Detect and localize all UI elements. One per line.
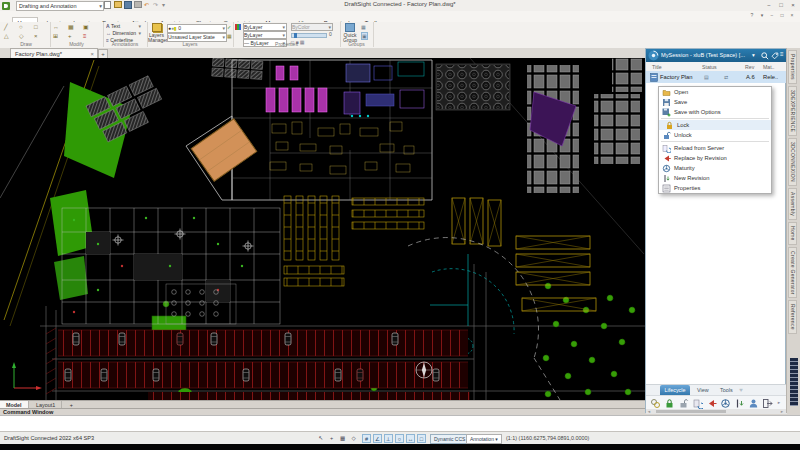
scroll-thumb[interactable] <box>656 410 726 413</box>
trim-tool-icon[interactable]: + <box>68 32 78 40</box>
tab-view[interactable]: View <box>692 385 714 395</box>
maximize-button[interactable]: □ <box>776 1 786 9</box>
layer-tools-icon[interactable]: ▦ <box>227 33 232 39</box>
maturity-icon[interactable] <box>720 398 731 409</box>
delete-tool-icon[interactable]: ≡ <box>83 32 93 40</box>
doc-minimize-icon[interactable]: − <box>768 12 776 18</box>
circle-tool-icon[interactable]: ○ <box>19 23 29 31</box>
quick-group-button[interactable]: QuickGroup <box>341 23 359 43</box>
toolbar-scroll-icon[interactable]: ► <box>777 400 781 405</box>
side-tab-create-generator[interactable]: Create Generator <box>788 247 797 299</box>
scale-tool-icon[interactable]: ⊞ <box>53 32 63 40</box>
side-tab-properties[interactable]: Properties <box>788 50 797 84</box>
qat-customize-icon[interactable]: ▾ <box>162 1 170 9</box>
remove-from-session-icon[interactable] <box>762 398 773 409</box>
replace-revision-icon[interactable] <box>706 398 717 409</box>
line-tool-icon[interactable]: ╱ <box>4 23 14 31</box>
drawing-viewport[interactable] <box>0 58 645 400</box>
frame-toggle-icon[interactable]: □ <box>417 434 426 443</box>
undo-icon[interactable]: ↶ <box>144 1 152 9</box>
print-icon[interactable] <box>134 1 142 9</box>
column-rev[interactable]: Rev <box>745 64 754 70</box>
esnap-icon[interactable]: ∠ <box>373 434 382 443</box>
side-tab-3dexperience[interactable]: 3DEXPERIENCE <box>788 86 797 136</box>
menu-save-with-options[interactable]: Save with Options <box>659 107 771 117</box>
tag-icon[interactable] <box>771 52 779 60</box>
redo-icon[interactable]: ↷ <box>153 1 161 9</box>
open-file-icon[interactable] <box>114 1 122 9</box>
menu-save[interactable]: Save <box>659 97 771 107</box>
copy-tool-icon[interactable]: ▣ <box>83 23 93 31</box>
doc-close-icon[interactable]: × <box>788 12 796 18</box>
column-status[interactable]: Status <box>702 64 717 70</box>
panel-hscrollbar[interactable]: ◄ ► <box>646 409 787 414</box>
pattern-tool-icon[interactable]: ▦ <box>68 23 78 31</box>
bycolor-dropdown[interactable]: ByColor▾ <box>291 23 333 31</box>
add-sheet-button[interactable]: + <box>64 401 79 408</box>
owner-icon[interactable] <box>748 398 759 409</box>
transparency-toggle-icon[interactable]: ↔ <box>406 434 415 443</box>
menu-properties[interactable]: Properties <box>659 183 771 193</box>
tab-tools[interactable]: Tools <box>715 385 738 395</box>
tab-lifecycle[interactable]: Lifecycle <box>660 385 691 395</box>
menu-unlock[interactable]: Unlock <box>659 130 771 140</box>
lock-icon[interactable] <box>664 398 675 409</box>
side-tab-assembly[interactable]: Assembly <box>788 188 797 220</box>
pointer-mode-icon[interactable]: ↖ <box>316 434 325 443</box>
polygon-tool-icon[interactable]: △ <box>4 32 14 40</box>
scroll-right-arrow[interactable]: ► <box>780 409 784 414</box>
document-row[interactable]: Factory Plan ▤ ⇄ A.6 Rele.. <box>646 71 787 83</box>
menu-lock[interactable]: Lock <box>659 120 771 130</box>
side-tab-3dconnexion[interactable]: 3DCONNEXION <box>788 138 797 186</box>
grid-icon[interactable]: ▦ <box>338 434 347 443</box>
doc-restore-icon[interactable]: □ <box>778 12 786 18</box>
rectangle-tool-icon[interactable]: □ <box>34 23 44 31</box>
duplicate-icon[interactable] <box>650 398 661 409</box>
menu-maturity[interactable]: Maturity <box>659 163 771 173</box>
linecolor-dropdown[interactable]: ByLayer▾ <box>243 23 287 31</box>
drawing-canvas[interactable] <box>0 58 645 400</box>
save-icon[interactable] <box>124 1 132 9</box>
text-button[interactable]: A Text ▾ <box>106 23 142 28</box>
polar-icon[interactable]: # <box>362 434 371 443</box>
lineweight-toggle-icon[interactable]: ○ <box>395 434 404 443</box>
close-button[interactable]: × <box>788 1 798 9</box>
command-input-area[interactable] <box>0 415 800 432</box>
unlock-icon[interactable] <box>678 398 689 409</box>
ortho-icon[interactable]: ◇ <box>349 434 358 443</box>
3dexperience-compass-icon[interactable] <box>648 50 659 61</box>
annotation-scale-dropdown[interactable]: Annotation ▾ <box>466 434 502 444</box>
point-tool-icon[interactable]: × <box>34 32 44 40</box>
chevron-down-icon[interactable]: ▾ <box>752 52 755 58</box>
new-revision-icon[interactable] <box>734 398 745 409</box>
dimension-button[interactable]: ↔ Dimension ▾ <box>106 30 142 35</box>
docked-vertical-toolbar[interactable] <box>790 358 798 406</box>
column-title[interactable]: Title <box>652 64 662 70</box>
etrack-icon[interactable]: ⊥ <box>384 434 393 443</box>
layers-manager-button[interactable]: LayersManager <box>148 23 165 43</box>
move-tool-icon[interactable]: ↔ <box>53 23 63 31</box>
session-title[interactable]: MySession - xluB (Test Space) [... <box>661 52 751 58</box>
menu-open[interactable]: Open <box>659 87 771 97</box>
lineweight-dropdown[interactable]: ByLayer▾ <box>243 31 287 39</box>
model-tab[interactable]: Model <box>0 401 29 408</box>
column-maturity[interactable]: Mat.. <box>763 64 775 70</box>
dynamic-ccs-toggle[interactable]: Dynamic CCS <box>430 434 469 444</box>
scroll-left-arrow[interactable]: ◄ <box>647 409 651 414</box>
side-tab-reference[interactable]: Reference <box>788 300 797 334</box>
group-edit-icon[interactable]: ▦ <box>361 24 366 30</box>
menu-replace-by-revision[interactable]: Replace by Revision <box>659 153 771 163</box>
layer-check-icon[interactable]: ✓ <box>227 24 231 30</box>
ui-styles-icon[interactable]: ▾ <box>758 12 766 18</box>
menu-reload-from-server[interactable]: Reload from Server <box>659 143 771 153</box>
new-file-icon[interactable] <box>104 1 112 9</box>
reload-icon[interactable] <box>692 398 703 409</box>
group-select-icon[interactable]: ▣ <box>361 32 368 40</box>
layer-dropdown[interactable]: ●●▮ 0▾ <box>167 24 227 33</box>
transparency-slider[interactable] <box>291 33 327 38</box>
help-icon[interactable]: ? <box>748 12 756 18</box>
layout1-tab[interactable]: Layout1 <box>30 401 62 408</box>
workspace-selector[interactable]: Drafting and Annotation▾ <box>16 1 104 11</box>
side-tab-home[interactable]: Home <box>788 222 797 245</box>
favorite-heart-icon[interactable]: ♥ <box>739 387 743 393</box>
